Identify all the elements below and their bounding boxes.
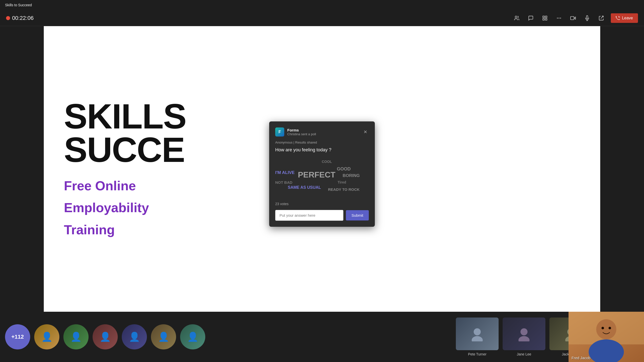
svg-point-22: [601, 327, 604, 329]
participant-tile-3: 👤: [93, 324, 118, 349]
participant-tile-1: 👤: [34, 324, 59, 349]
layout-icon[interactable]: [540, 14, 549, 23]
word-cloud-same: SAME AS USUAL: [288, 185, 321, 190]
jane-lee-tile: Jane Lee: [503, 318, 545, 356]
fred-jacob-large-name: Fred Jacob: [572, 356, 590, 360]
video-icon[interactable]: [569, 14, 578, 23]
svg-marker-8: [574, 17, 576, 19]
poll-sender: Christina sent a poll: [287, 132, 316, 136]
poll-question: How are you feeling today ?: [275, 147, 369, 153]
svg-rect-4: [545, 18, 547, 20]
slide-subtitle-line2: Employability: [64, 199, 186, 216]
poll-app-name: Forms: [287, 128, 316, 132]
svg-point-20: [596, 319, 616, 339]
leave-label: Leave: [622, 16, 633, 20]
poll-meta: Anonymous | Results shared: [275, 141, 369, 144]
toolbar-icons: Leave: [512, 13, 638, 23]
participant-avatar-5: 👤: [151, 324, 176, 349]
word-cloud-good: GOOD: [337, 166, 351, 172]
recording-time: 00:22:06: [12, 15, 34, 21]
svg-point-0: [515, 16, 517, 18]
poll-close-button[interactable]: ✕: [362, 128, 369, 135]
word-cloud-ready: READY TO ROCK: [328, 187, 359, 192]
poll-modal: F Forms Christina sent a poll ✕ Anonymou…: [269, 121, 375, 227]
participant-avatar-2: 👤: [63, 324, 89, 349]
submit-button[interactable]: Submit: [346, 210, 369, 220]
participant-avatar-3: 👤: [93, 324, 118, 349]
jane-lee-name: Jane Lee: [517, 352, 531, 356]
more-icon[interactable]: [554, 14, 564, 23]
svg-point-5: [557, 18, 558, 19]
pete-turner-video: [456, 318, 499, 350]
leave-button[interactable]: Leave: [611, 13, 638, 23]
svg-point-23: [609, 327, 611, 329]
share-icon[interactable]: [597, 14, 606, 23]
participant-avatar-4: 👤: [122, 324, 147, 349]
title-bar: Skills to Succeed: [0, 0, 644, 10]
recording-dot: [6, 16, 10, 20]
mic-icon[interactable]: [583, 14, 592, 23]
word-cloud: PERFECT I'M ALIVE COOL GOOD NOT BAD BORI…: [275, 158, 369, 198]
word-cloud-tired: Tired: [338, 180, 346, 184]
svg-point-13: [518, 336, 530, 341]
votes-count: 23 votes: [275, 202, 369, 206]
slide-subtitle-line3: Training: [64, 221, 186, 239]
slide-title-line2: SUCCE: [64, 133, 186, 166]
svg-point-12: [520, 328, 528, 335]
svg-point-10: [474, 328, 481, 335]
slide-text: SKILLS SUCCE Free Online Employability T…: [64, 100, 186, 239]
forms-icon: F: [275, 127, 284, 137]
participant-bar: +112 👤 👤 👤 👤 👤 👤: [0, 312, 644, 362]
recording-indicator: 00:22:06: [6, 15, 34, 21]
svg-point-11: [472, 336, 483, 341]
svg-rect-9: [571, 16, 574, 20]
participant-tile-6: 👤: [180, 324, 205, 349]
svg-point-6: [559, 18, 560, 19]
answer-area: Submit: [275, 210, 369, 221]
toolbar: 00:22:06: [0, 10, 644, 26]
word-cloud-notbad: NOT BAD: [275, 180, 292, 185]
svg-rect-1: [543, 16, 544, 17]
participant-avatar-1: 👤: [34, 324, 59, 349]
word-cloud-alive: I'M ALIVE: [275, 170, 295, 175]
svg-point-7: [560, 18, 561, 19]
jane-lee-video: [503, 318, 545, 350]
pete-turner-name: Pete Turner: [468, 352, 486, 356]
more-count-label: +112: [11, 334, 24, 340]
svg-rect-2: [545, 16, 547, 17]
participant-avatar-6: 👤: [180, 324, 205, 349]
poll-header-left: F Forms Christina sent a poll: [275, 127, 316, 137]
participant-tile-5: 👤: [151, 324, 176, 349]
pete-turner-tile: Pete Turner: [456, 318, 499, 356]
word-cloud-boring: BORING: [343, 173, 360, 178]
app-title: Skills to Succeed: [5, 3, 32, 7]
poll-header: F Forms Christina sent a poll ✕: [275, 127, 369, 137]
answer-input[interactable]: [275, 210, 343, 221]
slide-title-line1: SKILLS: [64, 100, 186, 133]
participant-tile-2: 👤: [63, 324, 89, 349]
chat-icon[interactable]: [526, 14, 535, 23]
poll-title-text: Forms Christina sent a poll: [287, 128, 316, 136]
participant-tile-4: 👤: [122, 324, 147, 349]
svg-rect-3: [543, 18, 544, 20]
slide-subtitle-line1: Free Online: [64, 177, 186, 195]
word-cloud-cool: COOL: [322, 160, 332, 164]
word-cloud-perfect: PERFECT: [298, 170, 335, 179]
people-icon[interactable]: [512, 14, 521, 23]
fred-jacob-large-video: Fred Jacob: [569, 312, 644, 362]
more-count-avatar: +112: [5, 324, 30, 349]
more-participants-tile: +112: [5, 324, 30, 349]
